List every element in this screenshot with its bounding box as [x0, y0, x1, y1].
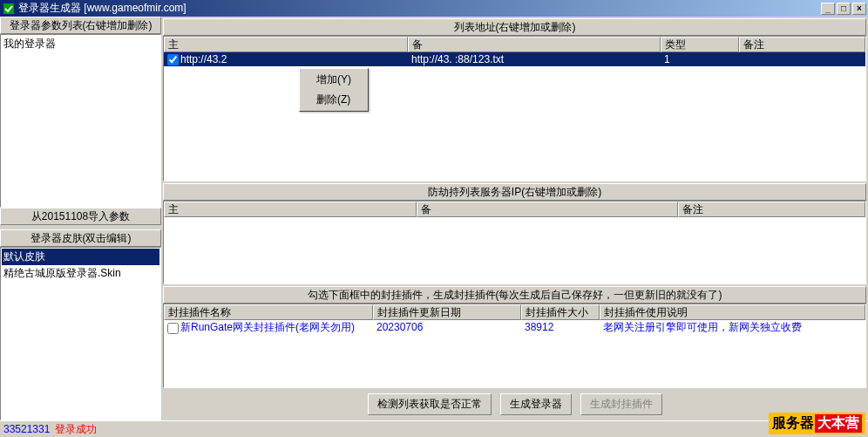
list-item[interactable]: 默认皮肤 — [2, 249, 159, 265]
cell-backup: http://43. :88/123.txt — [408, 52, 661, 66]
cell-note: 老网关注册引擎即可使用，新网关独立收费 — [600, 320, 865, 334]
cell-type: 1 — [661, 52, 739, 66]
menu-delete[interactable]: 删除(Z) — [301, 90, 367, 110]
app-icon — [2, 2, 16, 16]
titlebar: 登录器生成器 [www.gameofmir.com] _ □ × — [0, 0, 868, 17]
minimize-button[interactable]: _ — [821, 3, 835, 15]
row-checkbox[interactable] — [167, 323, 179, 334]
close-button[interactable]: × — [852, 3, 866, 15]
list-address-grid[interactable]: 主 备 类型 备注 http://43.2 http://43. :88/123… — [163, 36, 866, 181]
import-button[interactable]: 从20151108导入参数 — [0, 208, 161, 225]
button-row: 检测列表获取是否正常 生成登录器 生成封挂插件 — [163, 390, 866, 419]
table-row[interactable]: http://43.2 http://43. :88/123.txt 1 — [164, 52, 865, 66]
generate-plugin-button[interactable]: 生成封挂插件 — [580, 393, 662, 415]
col-remark[interactable]: 备注 — [678, 201, 865, 217]
cell-main-text: http://43.2 — [180, 53, 227, 65]
status-count: 33521331 — [3, 423, 50, 435]
statusbar: 33521331 登录成功 — [0, 420, 868, 437]
antihijack-header: 防劫持列表服务器IP(右键增加或删除) — [163, 183, 866, 201]
watermark: 服务器 大本营 — [769, 413, 865, 434]
params-list[interactable]: 我的登录器 — [0, 34, 161, 208]
content: 列表地址(右键增加或删除) 主 备 类型 备注 http://43.2 http… — [161, 17, 868, 420]
plugins-header: 勾选下面框中的封挂插件，生成封挂插件(每次生成后自己保存好，一但更新旧的就没有了… — [163, 286, 866, 304]
watermark-b: 大本营 — [815, 414, 862, 433]
cell-size: 38912 — [521, 320, 600, 334]
table-row[interactable]: 新RunGate网关封挂插件(老网关勿用) 20230706 38912 老网关… — [164, 320, 865, 334]
col-backup[interactable]: 备 — [408, 37, 661, 52]
list-item[interactable]: 我的登录器 — [2, 36, 159, 52]
plugins-grid[interactable]: 封挂插件名称 封挂插件更新日期 封挂插件大小 封挂插件使用说明 新RunGate… — [163, 304, 866, 388]
menu-add[interactable]: 增加(Y) — [301, 70, 367, 90]
watermark-a: 服务器 — [772, 414, 814, 433]
skin-list[interactable]: 默认皮肤 精绝古城原版登录器.Skin — [0, 247, 161, 420]
cell-name-text: 新RunGate网关封挂插件(老网关勿用) — [180, 321, 355, 333]
cell-remark — [739, 52, 865, 66]
antihijack-section: 防劫持列表服务器IP(右键增加或删除) 主 备 备注 — [163, 183, 866, 285]
window-title: 登录器生成器 [www.gameofmir.com] — [18, 1, 821, 16]
col-type[interactable]: 类型 — [661, 37, 739, 52]
list-item[interactable]: 精绝古城原版登录器.Skin — [2, 265, 159, 282]
col-name[interactable]: 封挂插件名称 — [164, 304, 373, 320]
sidebar: 登录器参数列表(右键增加删除) 我的登录器 从20151108导入参数 登录器皮… — [0, 17, 161, 420]
row-checkbox[interactable] — [167, 54, 179, 65]
maximize-button[interactable]: □ — [837, 3, 851, 15]
col-date[interactable]: 封挂插件更新日期 — [373, 304, 521, 320]
list-address-header: 列表地址(右键增加或删除) — [163, 18, 866, 36]
cell-main: http://43.2 — [164, 52, 408, 66]
context-menu[interactable]: 增加(Y) 删除(Z) — [299, 68, 369, 112]
col-main[interactable]: 主 — [164, 201, 417, 217]
status-message: 登录成功 — [55, 422, 97, 437]
check-list-button[interactable]: 检测列表获取是否正常 — [368, 393, 492, 415]
col-remark[interactable]: 备注 — [739, 37, 865, 52]
col-note[interactable]: 封挂插件使用说明 — [600, 304, 865, 320]
cell-name: 新RunGate网关封挂插件(老网关勿用) — [164, 320, 373, 334]
window-buttons: _ □ × — [821, 3, 866, 15]
antihijack-grid[interactable]: 主 备 备注 — [163, 201, 866, 285]
generate-login-button[interactable]: 生成登录器 — [500, 393, 572, 415]
col-backup[interactable]: 备 — [417, 201, 678, 217]
col-size[interactable]: 封挂插件大小 — [521, 304, 600, 320]
plugins-section: 勾选下面框中的封挂插件，生成封挂插件(每次生成后自己保存好，一但更新旧的就没有了… — [163, 286, 866, 388]
col-main[interactable]: 主 — [164, 37, 408, 52]
params-header: 登录器参数列表(右键增加删除) — [0, 17, 161, 34]
skin-header: 登录器皮肤(双击编辑) — [0, 229, 161, 247]
svg-rect-0 — [3, 3, 14, 14]
cell-date: 20230706 — [373, 320, 521, 334]
list-address-section: 列表地址(右键增加或删除) 主 备 类型 备注 http://43.2 http… — [163, 18, 866, 181]
